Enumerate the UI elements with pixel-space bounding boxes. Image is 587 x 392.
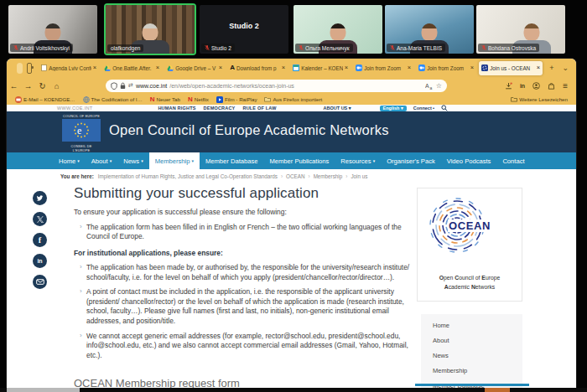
social-share-column: fin <box>33 191 47 289</box>
sidebar-item-membership[interactable]: Membership <box>421 364 522 379</box>
bookmark-item[interactable]: Film - RaiPlay <box>216 96 257 103</box>
form-title: OCEAN Membership request form <box>74 377 413 388</box>
connect-link[interactable]: Connect ▪ <box>413 106 434 111</box>
language-selector[interactable]: English ▾ <box>380 106 407 111</box>
participant-tile[interactable]: Ana-Maria TELBIS <box>385 5 474 54</box>
bookmark-item[interactable]: NNetflix <box>188 96 209 103</box>
svg-text:a: a <box>429 85 432 90</box>
linkedin-icon[interactable]: in <box>33 254 47 268</box>
breadcrumb-link[interactable]: Implementation of Human Rights, Justice … <box>98 173 278 179</box>
linkedin-extension-icon[interactable]: in <box>520 83 525 89</box>
translate-icon[interactable]: Aa <box>425 78 434 93</box>
about-us-menu[interactable]: ABOUT US ▾ <box>324 106 351 111</box>
nav-item-contact[interactable]: Contact <box>496 152 530 169</box>
nav-item-label: Member Publications <box>269 157 329 165</box>
browser-tab[interactable]: Join us - OCEAN× <box>479 61 543 75</box>
bookmark-item[interactable]: Aus Firefox importiert <box>264 96 322 102</box>
chevron-down-icon: ▾ <box>77 158 80 163</box>
nav-item-news[interactable]: News▾ <box>117 152 149 169</box>
site-main-nav: Home▾About▾News▾Membership▾Member Databa… <box>7 152 576 169</box>
forward-button[interactable]: → <box>21 81 35 90</box>
participant-tile[interactable]: Andrii Voitsikhovskyi <box>8 5 97 54</box>
nav-item-label: Home <box>59 157 75 165</box>
participant-tile[interactable]: Studio 2Studio 2 <box>200 5 288 54</box>
site-top-link[interactable]: RULE OF LAW <box>242 106 276 111</box>
x-icon[interactable] <box>33 212 47 226</box>
twitter-bird-icon[interactable] <box>33 191 47 205</box>
tab-close-icon[interactable]: × <box>219 64 222 71</box>
participant-tile[interactable]: Bohdana Ostrovska <box>476 5 565 54</box>
participant-tile[interactable]: Ольга Мельничук <box>294 5 382 54</box>
tab-close-icon[interactable]: × <box>408 64 411 71</box>
nav-item-organiser-s-pack[interactable]: Organiser's Pack <box>381 152 441 169</box>
sidebar-item-about[interactable]: About <box>421 333 522 348</box>
browser-tab[interactable]: Agenda Lviv Confere× <box>39 61 99 75</box>
address-bar[interactable]: ⇄ www.coe.int /en/web/open-academic-netw… <box>106 80 447 92</box>
tab-close-icon[interactable]: × <box>282 64 285 71</box>
shield-icon[interactable] <box>111 78 117 93</box>
browser-tab[interactable]: Join from Zoom× <box>353 61 413 75</box>
bullet-text: We cannot accept generic email addresses… <box>86 332 413 361</box>
search-icon[interactable] <box>441 105 448 111</box>
permissions-icon[interactable]: ⇄ <box>128 82 133 89</box>
breadcrumb-link[interactable]: Membership <box>314 173 343 179</box>
bookmark-item[interactable]: E-Mail – KOENDGE… <box>15 96 75 103</box>
bookmark-item[interactable]: NNeuer Tab <box>150 96 180 103</box>
tab-close-icon[interactable]: × <box>93 64 96 71</box>
nav-item-resources[interactable]: Resources▾ <box>335 152 381 169</box>
tab-close-icon[interactable]: × <box>470 64 474 71</box>
account-icon[interactable] <box>532 78 540 93</box>
logo-caption-bottom: CONSEIL DE L'EUROPE <box>62 145 101 153</box>
bookmark-label: Netflix <box>195 96 209 102</box>
site-url-label[interactable]: WWW.COE.INT <box>57 106 92 111</box>
site-top-link[interactable]: HUMAN RIGHTS <box>158 106 195 111</box>
taskbar-orange-segment <box>485 388 510 392</box>
participant-name: Ольга Мельничук <box>305 45 350 51</box>
reload-button[interactable]: ↻ <box>35 81 49 90</box>
bookmark-item[interactable]: The Codification of I… <box>83 96 143 103</box>
tab-close-icon[interactable]: × <box>537 64 540 71</box>
menu-icon[interactable]: ≡ <box>563 81 568 90</box>
sidebar-item-home[interactable]: Home <box>421 317 522 333</box>
firefox-view-button[interactable] <box>17 63 23 74</box>
nav-item-membership[interactable]: Membership▾ <box>149 152 200 169</box>
nav-item-video-podcasts[interactable]: Video Podcasts <box>441 152 497 169</box>
tab-label: Join from Zoom <box>364 65 406 71</box>
participant-name-label: Ольга Мельничук <box>295 44 353 52</box>
nav-item-label: Member Database <box>205 157 257 165</box>
bag-icon[interactable] <box>548 78 555 93</box>
nav-item-about[interactable]: About▾ <box>86 152 117 169</box>
sidebar-item-news[interactable]: News <box>421 348 522 363</box>
participant-tile[interactable]: olafkondgen <box>106 5 195 54</box>
breadcrumb-link[interactable]: OCEAN <box>286 173 304 179</box>
new-tab-button[interactable]: + <box>545 64 558 72</box>
browser-tab[interactable]: Join from Zoom× <box>416 61 476 75</box>
browser-tab[interactable]: One.Battle.After.× <box>101 61 162 75</box>
browser-tab[interactable]: Google Drive – V× <box>164 61 225 75</box>
facebook-icon[interactable]: f <box>33 233 47 247</box>
council-of-europe-logo[interactable]: COUNCIL OF EUROPE e CONSEIL DE L'EUROPE <box>62 115 101 153</box>
email-icon[interactable] <box>33 275 47 289</box>
bullet-item: ›The application form has been filled in… <box>74 223 413 242</box>
browser-tab[interactable]: Kalender – KOEN× <box>290 61 351 75</box>
more-bookmarks-folder[interactable]: Weitere Lesezeichen <box>511 96 568 103</box>
nav-item-member-database[interactable]: Member Database <box>200 152 263 169</box>
tab-close-icon[interactable]: × <box>156 64 159 71</box>
site-top-link[interactable]: DEMOCRACY <box>204 106 236 111</box>
bullet-item: ›The application has been made by, or au… <box>74 263 413 282</box>
nav-item-member-publications[interactable]: Member Publications <box>263 152 335 169</box>
extension-icon[interactable] <box>27 63 32 74</box>
folder-icon <box>264 96 271 102</box>
tab-list-button[interactable]: ⌄ <box>558 64 573 72</box>
site-top-links: HUMAN RIGHTSDEMOCRACYRULE OF LAW <box>158 106 276 111</box>
ocean-logo-card: OCEAN Open Council of EuropeAcademic Net… <box>417 188 522 302</box>
page-title: Open Council of Europe Academic Networks <box>109 122 389 138</box>
home-button[interactable]: ⌂ <box>49 81 64 90</box>
bookmark-star-icon[interactable]: ☆ <box>436 82 442 90</box>
tab-close-icon[interactable]: × <box>345 64 348 71</box>
download-icon[interactable] <box>505 78 512 93</box>
breadcrumb-link[interactable]: Join us <box>351 173 367 179</box>
nav-item-home[interactable]: Home▾ <box>53 152 86 169</box>
browser-tab[interactable]: ADownload from p× <box>227 61 288 75</box>
back-button[interactable]: ← <box>7 81 21 90</box>
